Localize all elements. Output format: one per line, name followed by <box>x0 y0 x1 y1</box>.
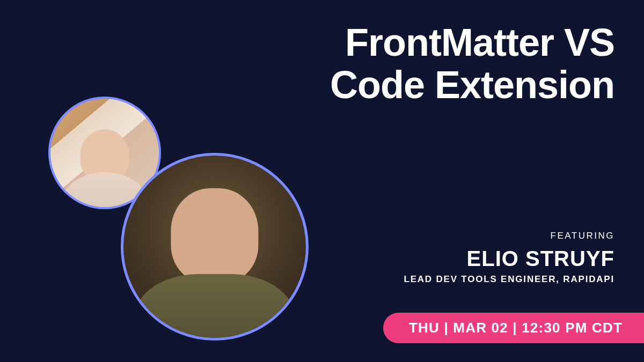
guest-role: LEAD DEV TOOLS ENGINEER, RAPIDAPI <box>404 274 614 285</box>
event-title: FrontMatter VS Code Extension <box>330 21 614 106</box>
guest-name: ELIO STRUYF <box>404 247 614 271</box>
featuring-block: FEATURING ELIO STRUYF LEAD DEV TOOLS ENG… <box>404 231 614 285</box>
title-line-1: FrontMatter VS <box>330 21 614 64</box>
guest-avatar <box>121 153 309 341</box>
title-line-2: Code Extension <box>330 64 614 106</box>
featuring-label: FEATURING <box>404 231 614 241</box>
datetime-badge: THU | MAR 02 | 12:30 PM CDT <box>383 313 644 343</box>
